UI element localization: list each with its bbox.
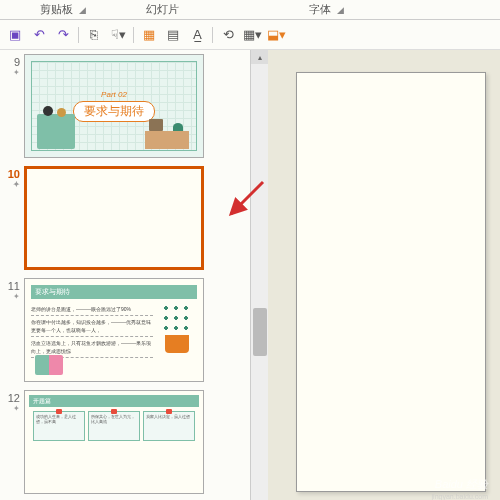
slide-editor-area <box>268 50 500 500</box>
watermark-url: jingyan.baidu.com <box>432 493 488 500</box>
ribbon-tab-row: 剪贴板◢ 幻灯片 字体◢ <box>0 0 500 20</box>
plant-illustration <box>157 303 197 353</box>
slide-thumbnail-9[interactable]: Part 02 要求与期待 <box>24 54 204 158</box>
slide-number: 12✦ <box>0 390 24 494</box>
dialog-launcher-icon[interactable]: ◢ <box>79 5 86 15</box>
slide-number: 11✦ <box>0 278 24 382</box>
dialog-launcher-icon[interactable]: ◢ <box>337 5 344 15</box>
slide-thumbnail-12[interactable]: 开题篇 成功的人生来，是人过想，虽不高 所保其心，在世人为光，比人高流 我家人比… <box>24 390 204 494</box>
slide-number: 9✦ <box>0 54 24 158</box>
redo-button[interactable]: ↷ <box>54 26 72 44</box>
insert-icon[interactable]: ⬓▾ <box>267 26 285 44</box>
scrollbar-thumb[interactable] <box>253 308 267 356</box>
slide-number: 10✦ <box>0 166 24 270</box>
animation-star-icon: ✦ <box>0 404 20 413</box>
scroll-up-icon[interactable]: ▴ <box>251 50 268 64</box>
layout-icon[interactable]: ▤ <box>164 26 182 44</box>
slide-thumbnail-11[interactable]: 要求与期待 老师的讲台是跑道，———眼会跳远过了90% 你在课中付出越多，知识投… <box>24 278 204 382</box>
desk-illustration <box>145 131 189 149</box>
ribbon-section-slides: 幻灯片 <box>116 0 209 19</box>
slide-row-10[interactable]: 10✦ <box>0 162 250 274</box>
undo-button[interactable]: ↶ <box>30 26 48 44</box>
save-button[interactable]: ▣ <box>6 26 24 44</box>
reset-icon[interactable]: ⟲ <box>219 26 237 44</box>
slide-row-11[interactable]: 11✦ 要求与期待 老师的讲台是跑道，———眼会跳远过了90% 你在课中付出越多… <box>0 274 250 386</box>
slide-row-9[interactable]: 9✦ Part 02 要求与期待 <box>0 50 250 162</box>
quick-access-toolbar: ▣ ↶ ↷ ⎘ ☟▾ ▦ ▤ A̲ ⟲ ▦▾ ⬓▾ <box>0 20 500 50</box>
thumbnail-scrollbar[interactable]: ▴ <box>250 50 268 500</box>
watermark: Baidu 经验 <box>435 477 488 492</box>
format-painter-icon[interactable]: ⎘ <box>85 26 103 44</box>
slide-canvas[interactable] <box>296 72 486 492</box>
touch-mode-icon[interactable]: ☟▾ <box>109 26 127 44</box>
animation-star-icon: ✦ <box>0 68 20 77</box>
slide-row-12[interactable]: 12✦ 开题篇 成功的人生来，是人过想，虽不高 所保其心，在世人为光，比人高流 … <box>0 386 250 498</box>
kids-illustration <box>35 355 63 375</box>
ribbon-section-font: 字体◢ <box>279 0 374 19</box>
text-box-icon[interactable]: A̲ <box>188 26 206 44</box>
animation-star-icon: ✦ <box>0 292 20 301</box>
new-slide-icon[interactable]: ▦ <box>140 26 158 44</box>
kids-illustration <box>37 114 75 149</box>
slide-thumbnail-10-selected[interactable] <box>24 166 204 270</box>
animation-star-icon: ✦ <box>0 180 20 189</box>
slide-thumbnail-panel: 9✦ Part 02 要求与期待 10✦ 11✦ 要求与期待 <box>0 50 250 500</box>
section-icon[interactable]: ▦▾ <box>243 26 261 44</box>
ribbon-section-clipboard: 剪贴板◢ <box>10 0 116 19</box>
